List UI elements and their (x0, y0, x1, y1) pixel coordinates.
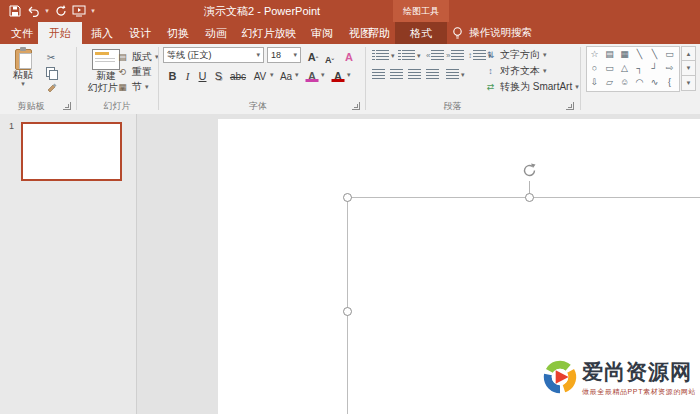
justify-button[interactable] (426, 69, 439, 80)
reset-button[interactable]: ⟲ 重置 (116, 65, 152, 79)
change-case-button[interactable]: Aa (278, 66, 294, 82)
format-painter-icon[interactable] (42, 80, 60, 94)
bullets-button[interactable]: ▾ (372, 50, 395, 61)
shape-legacy1-icon[interactable]: ▤ (602, 47, 617, 61)
tab-animations[interactable]: 动画 (198, 22, 234, 44)
redo-icon[interactable] (52, 0, 70, 22)
undo-dropdown-icon[interactable]: ▾ (42, 7, 52, 15)
align-right-button[interactable] (408, 69, 421, 80)
underline-button[interactable]: U (196, 66, 209, 82)
tab-home-active[interactable]: 开始 (38, 22, 82, 44)
slide-thumbnails-panel[interactable]: 1 (0, 114, 137, 414)
tab-file[interactable]: 文件 (6, 22, 38, 44)
text-direction-button[interactable]: ⇅ 文字方向▾ (484, 48, 547, 62)
shapes-gallery-scrollbar[interactable]: ▲ ▼ ▼ (681, 46, 696, 92)
resize-handle-top-left[interactable] (343, 193, 352, 202)
quick-access-toolbar: ▾ ▾ (6, 0, 98, 22)
clear-formatting-button[interactable]: A (342, 47, 356, 63)
rotate-handle-icon[interactable] (521, 162, 538, 183)
section-button[interactable]: ▦ 节▾ (116, 80, 149, 94)
convert-smartart-button[interactable]: ⇄ 转换为 SmartArt▾ (484, 80, 579, 94)
gallery-scroll-up-icon[interactable]: ▲ (681, 46, 696, 61)
undo-icon[interactable] (24, 0, 42, 22)
layout-button[interactable]: ▤ 版式▾ (116, 50, 159, 64)
shape-smiley-icon[interactable]: ☺ (617, 75, 632, 89)
align-text-icon: ↕ (484, 66, 497, 76)
clipboard-dialog-launcher[interactable] (63, 102, 71, 110)
tab-slideshow[interactable]: 幻灯片放映 (236, 22, 302, 44)
font-color-dropdown-icon[interactable]: ▾ (347, 72, 351, 78)
align-text-button[interactable]: ↕ 对齐文本▾ (484, 64, 547, 78)
shape-elbow-arrow-icon[interactable]: ┘ (647, 61, 662, 75)
shape-rounded-rect-icon[interactable]: ▭ (602, 61, 617, 75)
font-name-dropdown-icon[interactable]: ▾ (256, 52, 260, 58)
numbering-icon (402, 50, 415, 61)
shape-triangle-icon[interactable]: △ (617, 61, 632, 75)
shape-oval-icon[interactable]: ○ (587, 61, 602, 75)
section-icon: ▦ (116, 82, 129, 92)
decrease-indent-button[interactable]: « (426, 50, 444, 61)
font-color-button[interactable]: A (330, 66, 346, 82)
shape-arc-icon[interactable]: ◠ (632, 75, 647, 89)
shape-block-arrow-icon[interactable]: ⇨ (662, 61, 677, 75)
start-slideshow-icon[interactable] (70, 0, 88, 22)
qat-customize-icon[interactable]: ▾ (88, 7, 98, 15)
tell-me-label: 操作说明搜索 (469, 26, 532, 40)
strikethrough-button[interactable]: abc (228, 66, 248, 82)
paragraph-dialog-launcher[interactable] (566, 102, 574, 110)
font-dialog-launcher[interactable] (352, 102, 360, 110)
paste-clipboard-icon (15, 48, 32, 69)
shape-line-icon[interactable]: ╲ (632, 47, 647, 61)
increase-font-button[interactable]: Aˆ (306, 47, 320, 63)
highlight-color-button[interactable]: A (304, 66, 320, 82)
align-right-icon (408, 69, 421, 80)
align-center-button[interactable] (390, 69, 403, 80)
shape-legacy2-icon[interactable]: ▦ (617, 47, 632, 61)
gallery-scroll-down-icon[interactable]: ▼ (681, 61, 696, 76)
character-spacing-button[interactable]: AV (251, 66, 269, 82)
copy-icon[interactable] (42, 65, 60, 79)
bold-button[interactable]: B (166, 66, 179, 82)
italic-button[interactable]: I (182, 66, 193, 82)
align-center-icon (390, 69, 403, 80)
resize-handle-top-middle[interactable] (525, 193, 534, 202)
shape-elbow-icon[interactable]: ┐ (632, 61, 647, 75)
highlight-color-dropdown-icon[interactable]: ▾ (321, 72, 325, 78)
tab-transitions[interactable]: 切换 (160, 22, 196, 44)
shape-parallelogram-icon[interactable]: ▱ (602, 75, 617, 89)
slide-thumbnail-selected[interactable] (21, 122, 122, 181)
gallery-more-icon[interactable]: ▼ (681, 76, 696, 91)
align-left-button[interactable] (372, 69, 385, 80)
save-icon[interactable] (6, 0, 24, 22)
tab-review[interactable]: 审阅 (304, 22, 340, 44)
shape-brace-icon[interactable]: { (662, 75, 677, 89)
layout-icon: ▤ (116, 52, 129, 62)
font-name-combo[interactable]: 等线 (正文) ▾ (163, 47, 264, 63)
change-case-dropdown-icon[interactable]: ▾ (295, 72, 299, 78)
font-size-dropdown-icon[interactable]: ▾ (293, 52, 297, 58)
character-spacing-dropdown-icon[interactable]: ▾ (270, 72, 274, 78)
tab-format-contextual[interactable]: 格式 (395, 22, 447, 44)
shapes-gallery[interactable]: ☆ ▤ ▦ ╲ ╲ ▭ ○ ▭ △ ┐ ┘ ⇨ ⇩ ▱ ☺ ◠ ∿ { (586, 46, 680, 92)
shape-star-icon[interactable]: ☆ (587, 47, 602, 61)
tab-insert[interactable]: 插入 (84, 22, 120, 44)
columns-button[interactable]: ▾ (446, 69, 465, 80)
justify-icon (426, 69, 439, 80)
font-size-combo[interactable]: 18 ▾ (267, 47, 301, 63)
increase-indent-button[interactable]: » (446, 50, 464, 61)
shape-arrow-line-icon[interactable]: ╲ (647, 47, 662, 61)
tab-help[interactable]: 帮助 (360, 22, 398, 44)
shape-rectangle-icon[interactable]: ▭ (662, 47, 677, 61)
cut-icon[interactable]: ✂ (42, 50, 60, 64)
paste-button[interactable]: 粘贴 ▾ (6, 48, 40, 87)
numbering-button[interactable]: ▾ (398, 50, 421, 61)
decrease-font-button[interactable]: Aˇ (323, 49, 336, 65)
lightbulb-icon (452, 27, 463, 40)
paste-dropdown-icon[interactable]: ▾ (6, 81, 40, 87)
text-shadow-button[interactable]: S (212, 66, 225, 82)
shape-down-arrow-icon[interactable]: ⇩ (587, 75, 602, 89)
tab-design[interactable]: 设计 (122, 22, 158, 44)
shape-curve-icon[interactable]: ∿ (647, 75, 662, 89)
resize-handle-middle-left[interactable] (343, 307, 352, 316)
tell-me-search[interactable]: 操作说明搜索 (452, 22, 532, 44)
